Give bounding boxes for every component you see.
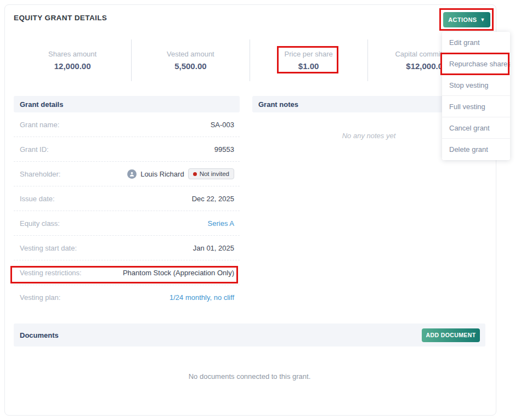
shareholder-name: Louis Richard bbox=[140, 170, 184, 178]
stats-row: Shares amount12,000.00Vested amount5,500… bbox=[14, 38, 485, 82]
detail-row-shareholder: Shareholder:Louis RichardNot invited bbox=[14, 162, 240, 186]
detail-row-label: Vesting plan: bbox=[20, 293, 60, 302]
detail-row-grant-id: Grant ID:99553 bbox=[14, 137, 240, 162]
detail-row-value: Phantom Stock (Appreciation Only) bbox=[123, 269, 234, 277]
stat-value: $1.00 bbox=[298, 61, 319, 71]
menu-item-stop-vesting[interactable]: Stop vesting bbox=[442, 75, 510, 96]
detail-row-value: Dec 22, 2025 bbox=[192, 195, 234, 203]
menu-item-cancel-grant[interactable]: Cancel grant bbox=[442, 117, 510, 139]
grant-details-section-header: Grant details bbox=[14, 96, 240, 112]
menu-item-edit-grant[interactable]: Edit grant bbox=[442, 32, 510, 53]
grant-details-rows: Grant name:SA-003Grant ID:99553Sharehold… bbox=[14, 112, 240, 310]
documents-empty-text: No documents connected to this grant. bbox=[14, 372, 485, 381]
detail-row-label: Vesting start date: bbox=[20, 244, 77, 252]
detail-row-value[interactable]: 1/24 monthly, no cliff bbox=[169, 293, 234, 302]
menu-item-delete-grant[interactable]: Delete grant bbox=[442, 139, 510, 160]
detail-row-issue-date: Issue date:Dec 22, 2025 bbox=[14, 186, 240, 211]
detail-row-vesting-start-date: Vesting start date:Jan 01, 2025 bbox=[14, 236, 240, 260]
detail-row-label: Vesting restrictions: bbox=[20, 269, 82, 277]
documents-section-title: Documents bbox=[20, 331, 59, 339]
stat-vested-amount: Vested amount5,500.00 bbox=[132, 38, 249, 82]
detail-row-label: Grant ID: bbox=[20, 145, 49, 154]
red-dot-icon bbox=[193, 172, 197, 176]
detail-row-value: SA-003 bbox=[211, 121, 234, 129]
avatar bbox=[127, 169, 137, 179]
detail-row-vesting-plan: Vesting plan:1/24 monthly, no cliff bbox=[14, 285, 240, 310]
status-badge-label: Not invited bbox=[200, 171, 229, 177]
stat-price-per-share: Price per share$1.00 bbox=[250, 38, 367, 82]
detail-row-value[interactable]: Series A bbox=[208, 219, 234, 228]
stat-value: $12,000.00 bbox=[406, 61, 447, 71]
detail-row-equity-class: Equity class:Series A bbox=[14, 211, 240, 236]
stat-label: Price per share bbox=[285, 50, 333, 58]
detail-row-label: Equity class: bbox=[20, 219, 60, 228]
detail-row-grant-name: Grant name:SA-003 bbox=[14, 112, 240, 137]
actions-button-label: ACTIONS bbox=[448, 16, 477, 23]
status-badge: Not invited bbox=[188, 168, 234, 179]
grant-details-section-title: Grant details bbox=[20, 100, 63, 109]
grant-notes-section-title: Grant notes bbox=[258, 100, 298, 109]
add-document-button[interactable]: ADD DOCUMENT bbox=[422, 328, 480, 342]
detail-row-label: Issue date: bbox=[20, 195, 55, 203]
detail-row-label: Shareholder: bbox=[20, 170, 60, 178]
detail-row-value: Jan 01, 2025 bbox=[193, 244, 234, 252]
menu-item-full-vesting[interactable]: Full vesting bbox=[442, 96, 510, 117]
stat-label: Vested amount bbox=[167, 50, 214, 58]
page-title: EQUITY GRANT DETAILS bbox=[14, 14, 107, 22]
actions-button[interactable]: ACTIONS ▼ bbox=[443, 12, 490, 27]
detail-row-value: 99553 bbox=[214, 145, 234, 154]
shareholder-value: Louis RichardNot invited bbox=[127, 168, 234, 179]
actions-dropdown-menu: Edit grantRepurchase sharesStop vestingF… bbox=[442, 32, 510, 160]
documents-section-header: Documents ADD DOCUMENT bbox=[14, 323, 485, 347]
stat-value: 12,000.00 bbox=[54, 61, 91, 71]
stat-label: Shares amount bbox=[48, 50, 97, 58]
detail-row-label: Grant name: bbox=[20, 121, 59, 129]
chevron-down-icon: ▼ bbox=[480, 18, 485, 22]
stat-value: 5,500.00 bbox=[174, 61, 206, 71]
stat-shares-amount: Shares amount12,000.00 bbox=[14, 38, 131, 82]
menu-item-repurchase-shares[interactable]: Repurchase shares bbox=[442, 53, 510, 75]
detail-row-vesting-restrictions: Vesting restrictions:Phantom Stock (Appr… bbox=[14, 260, 240, 285]
